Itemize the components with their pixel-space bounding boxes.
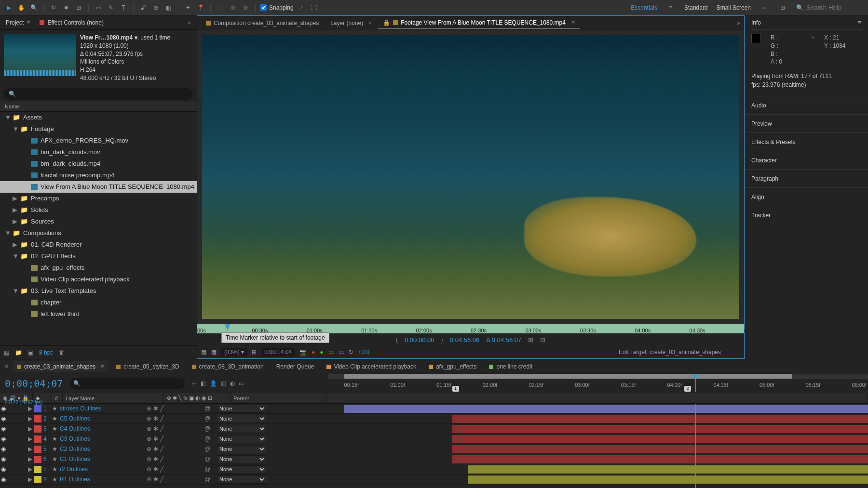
tree-row[interactable]: bm_dark_clouds.mp4 [0,158,197,170]
overflow-icon[interactable]: » [760,3,769,13]
layer-name[interactable]: C1 Outlines [58,456,145,462]
track-row[interactable] [328,424,868,434]
layer-color-label[interactable] [34,405,41,412]
pen-tool-icon[interactable]: ✎ [106,3,116,13]
tab-menu-icon[interactable]: ≡ [571,19,575,26]
frame-tc[interactable]: 0:00:14:04 [261,348,295,356]
parent-pickwhip-icon[interactable]: @ [203,405,215,412]
eye-icon[interactable]: ◉ [0,405,7,412]
viewer-tab[interactable]: 🔒Footage View From A Blue Moon TITLE SEQ… [378,17,580,29]
layer-name[interactable]: r2 Outlines [58,466,145,473]
overlay-edit-icon[interactable]: ⊟ [540,336,545,343]
expand-arrow-icon[interactable]: ▶ [26,446,34,452]
comp-marker[interactable]: 1 [452,386,459,392]
caret-icon[interactable]: ▶ [13,195,17,202]
caret-icon[interactable]: ▶ [13,218,17,225]
in-bracket-icon[interactable]: { [396,336,398,343]
eye-icon[interactable]: ◉ [0,456,7,462]
layer-switches[interactable]: ⊛✱╱ [145,476,203,483]
tree-row[interactable]: left lower third [0,308,197,320]
interpret-footage-icon[interactable]: ▦ [4,349,9,356]
parent-pickwhip-icon[interactable]: @ [203,435,215,442]
bpc-button[interactable]: 8 bpc [39,349,53,356]
workspace-standard[interactable]: Standard [684,4,708,11]
track-row[interactable] [328,414,868,424]
parent-pickwhip-icon[interactable]: @ [203,456,215,462]
layer-switches[interactable]: ⊛✱╱ [145,405,203,412]
parent-column[interactable]: Parent [231,393,327,403]
tree-row[interactable]: View From A Blue Moon TITLE SEQUENCE_108… [0,181,197,193]
frame-blend-icon[interactable]: ▥ [221,380,226,387]
panel-audio[interactable]: Audio [745,96,868,114]
viewer-tab[interactable]: Composition create_03_animate_shapes [201,18,324,28]
layer-bar[interactable] [452,425,868,433]
close-icon[interactable]: × [368,20,371,26]
selection-tool-icon[interactable]: ▶ [4,3,14,13]
puppet-pin-icon[interactable]: 📍 [196,3,205,13]
caret-icon[interactable]: ▼ [13,125,17,132]
layer-bar[interactable] [452,435,868,443]
expand-arrow-icon[interactable]: ▶ [26,456,34,462]
layer-name[interactable]: C4 Outlines [58,425,145,432]
motion-blur-icon[interactable]: ◐ [230,380,235,387]
tree-row[interactable]: ▶📁Solids [0,204,197,216]
ripple-insert-icon[interactable]: ⊞ [528,336,533,343]
layer-row[interactable]: ◉▶2★C5 Outlines⊛✱╱@None [0,414,328,424]
zoom-tool-icon[interactable]: 🔍 [29,3,39,13]
eye-icon[interactable]: ◉ [0,415,7,422]
rotate-tool-icon[interactable]: ↻ [49,3,58,13]
track-row[interactable] [328,404,868,414]
tree-row[interactable]: ▼📁02. GPU Effects [0,251,197,262]
parent-pickwhip-icon[interactable]: @ [203,476,215,483]
caret-icon[interactable]: ▼ [13,287,17,294]
snap-grid-icon[interactable]: ⛶ [309,3,319,13]
layer-switches[interactable]: ⊛✱╱ [145,446,203,452]
track-row[interactable] [328,464,868,475]
caret-icon[interactable]: ▼ [5,114,10,121]
tree-row[interactable]: afx_gpu_effects [0,262,197,274]
eye-icon[interactable]: ◉ [0,476,7,483]
layer-switches[interactable]: ⊛✱╱ [145,415,203,422]
parent-dropdown[interactable]: None [217,455,266,463]
layer-color-label[interactable] [34,415,41,422]
pan-behind-icon[interactable]: ⊞ [74,3,83,13]
search-help[interactable]: 🔍 [796,4,864,11]
expand-arrow-icon[interactable]: ▶ [26,425,34,432]
layer-name[interactable]: C3 Outlines [58,435,145,442]
in-point-tc[interactable]: 0:00:00:00 [405,336,434,343]
footage-playhead[interactable] [225,324,231,330]
caret-icon[interactable]: ▼ [13,252,17,260]
layer-color-label[interactable] [34,456,41,463]
region-of-interest-icon[interactable]: ▭ [339,349,344,356]
comp-marker[interactable]: 2 [684,386,691,392]
parent-dropdown[interactable]: None [217,475,266,484]
layer-bar[interactable] [468,475,868,484]
panel-tracker[interactable]: Tracker [745,206,868,224]
expand-arrow-icon[interactable]: ▶ [26,405,34,412]
brush-tool-icon[interactable]: 🖌 [138,3,148,13]
tree-row[interactable]: ▼📁03. Live Text Templates [0,285,197,297]
expand-arrow-icon[interactable]: ▶ [26,466,34,473]
panel-paragraph[interactable]: Paragraph [745,169,868,187]
layer-row[interactable]: ◉▶6★C1 Outlines⊛✱╱@None [0,454,328,464]
layer-row[interactable]: ◉▶1★strokes Outlines⊛✱╱@None [0,404,328,414]
viewport[interactable] [197,30,744,324]
parent-dropdown[interactable]: None [217,425,266,433]
caret-icon[interactable]: ▶ [13,206,17,213]
caret-icon[interactable]: ▼ [5,229,10,237]
parent-dropdown[interactable]: None [217,415,266,423]
timeline-tab[interactable]: one line credit [485,361,536,372]
search-help-input[interactable] [806,4,864,11]
layer-switches[interactable]: ⊛✱╱ [145,425,203,432]
layer-row[interactable]: ◉▶4★C3 Outlines⊛✱╱@None [0,434,328,444]
eye-icon[interactable]: ◉ [0,435,7,442]
timeline-tab[interactable]: afx_gpu_effects [425,361,481,372]
workspace-small[interactable]: Small Screen [717,4,751,11]
expand-arrow-icon[interactable]: ▶ [26,415,34,422]
panel-overflow-icon[interactable]: » [188,19,191,26]
out-bracket-icon[interactable]: } [441,336,443,343]
panel-align[interactable]: Align [745,187,868,206]
timeline-tab[interactable]: Video Clip accelerated playback [323,361,420,372]
layer-color-label[interactable] [34,435,41,443]
layer-switches[interactable]: ⊛✱╱ [145,456,203,462]
